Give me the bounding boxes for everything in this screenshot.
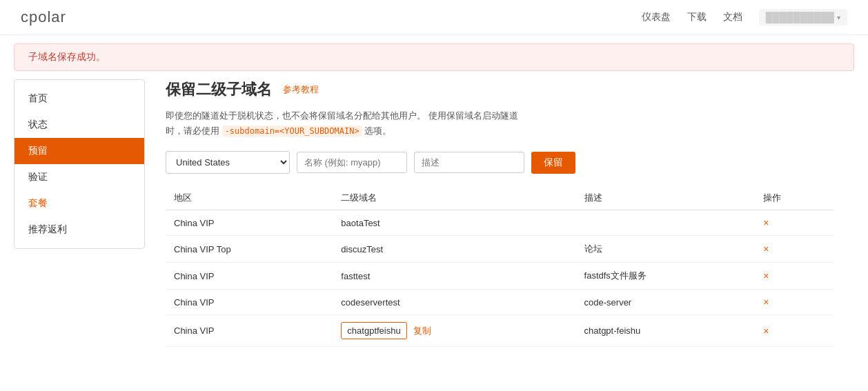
user-dropdown[interactable]: ██████████ ▾: [759, 9, 847, 26]
name-input[interactable]: [297, 152, 407, 173]
alert-message: 子域名保存成功。: [28, 51, 106, 62]
cell-action: ×: [755, 236, 834, 263]
ref-link[interactable]: 参考教程: [283, 83, 319, 96]
delete-button[interactable]: ×: [763, 270, 769, 281]
cell-region: China VIP Top: [166, 236, 333, 263]
content-header: 保留二级子域名 参考教程: [166, 79, 834, 100]
sidebar-item-home[interactable]: 首页: [14, 86, 144, 112]
cell-region: China VIP: [166, 210, 333, 236]
content-area: 保留二级子域名 参考教程 即使您的隧道处于脱机状态，也不会将保留域名分配给其他用…: [145, 79, 854, 347]
desc-input[interactable]: [414, 152, 524, 173]
header-nav: 仪表盘 下载 文档 ██████████ ▾: [642, 9, 847, 26]
cell-action: ×: [755, 315, 834, 347]
chevron-down-icon: ▾: [837, 14, 840, 21]
desc-part2: 时，请必使用: [166, 126, 219, 136]
delete-button[interactable]: ×: [763, 243, 769, 254]
table-row: China VIP chatgptfeishu 复制 chatgpt-feish…: [166, 315, 834, 347]
user-label: ██████████: [766, 12, 834, 23]
cell-region: China VIP: [166, 263, 333, 290]
nav-dashboard[interactable]: 仪表盘: [642, 11, 671, 23]
form-row: United States China VIP China VIP Top 保留: [166, 151, 834, 174]
col-description: 描述: [576, 186, 756, 210]
cell-region: China VIP: [166, 290, 333, 315]
sidebar-item-plan[interactable]: 套餐: [14, 190, 144, 217]
cell-action: ×: [755, 263, 834, 290]
save-button[interactable]: 保留: [531, 152, 575, 174]
main-layout: 首页 状态 预留 验证 套餐 推荐返利 保留二级子域名 参考教程 即使您的隧道处…: [14, 79, 854, 347]
subdomain-table: 地区 二级域名 描述 操作 China VIP baotaTest ×: [166, 186, 834, 347]
cell-desc: fastdfs文件服务: [576, 263, 756, 290]
col-subdomain: 二级域名: [333, 186, 575, 210]
page-title: 保留二级子域名: [166, 79, 272, 100]
table-row: China VIP fasttest fastdfs文件服务 ×: [166, 263, 834, 290]
delete-button[interactable]: ×: [763, 325, 769, 337]
desc-part1: 即使您的隧道处于脱机状态，也不会将保留域名分配给其他用户。 使用保留域名启动隧道: [166, 110, 518, 121]
region-select[interactable]: United States China VIP China VIP Top: [166, 151, 290, 174]
sidebar-item-referral[interactable]: 推荐返利: [14, 217, 144, 243]
col-action: 操作: [755, 186, 834, 210]
table-row: China VIP Top discuzTest 论坛 ×: [166, 236, 834, 263]
sidebar-item-reserve[interactable]: 预留: [14, 138, 144, 164]
sidebar: 首页 状态 预留 验证 套餐 推荐返利: [14, 79, 145, 249]
sidebar-item-status[interactable]: 状态: [14, 112, 144, 138]
cell-action: ×: [755, 290, 834, 315]
cell-subdomain: baotaTest: [333, 210, 575, 236]
description: 即使您的隧道处于脱机状态，也不会将保留域名分配给其他用户。 使用保留域名启动隧道…: [166, 108, 834, 139]
sidebar-item-verify[interactable]: 验证: [14, 164, 144, 190]
cell-desc: chatgpt-feishu: [576, 315, 756, 347]
cell-desc: 论坛: [576, 236, 756, 263]
delete-button[interactable]: ×: [763, 297, 769, 308]
copy-button[interactable]: 复制: [413, 325, 431, 336]
delete-button[interactable]: ×: [763, 217, 769, 228]
table-row: China VIP baotaTest ×: [166, 210, 834, 236]
logo: cpolar: [21, 8, 66, 26]
cell-subdomain: codeservertest: [333, 290, 575, 315]
table-row: China VIP codeservertest code-server ×: [166, 290, 834, 315]
cell-subdomain: discuzTest: [333, 236, 575, 263]
cell-desc: [576, 210, 756, 236]
cell-desc: code-server: [576, 290, 756, 315]
cell-region: China VIP: [166, 315, 333, 347]
header: cpolar 仪表盘 下载 文档 ██████████ ▾: [0, 0, 868, 35]
code-snippet: -subdomain=<YOUR_SUBDOMAIN>: [222, 126, 362, 137]
nav-download[interactable]: 下载: [687, 11, 707, 23]
cell-subdomain: fasttest: [333, 263, 575, 290]
col-region: 地区: [166, 186, 333, 210]
nav-docs[interactable]: 文档: [723, 11, 742, 23]
cell-subdomain-highlighted: chatgptfeishu 复制: [333, 315, 575, 347]
subdomain-highlighted: chatgptfeishu: [341, 322, 406, 339]
alert-banner: 子域名保存成功。: [14, 43, 854, 71]
desc-part3: 选项。: [364, 126, 391, 136]
cell-action: ×: [755, 210, 834, 236]
